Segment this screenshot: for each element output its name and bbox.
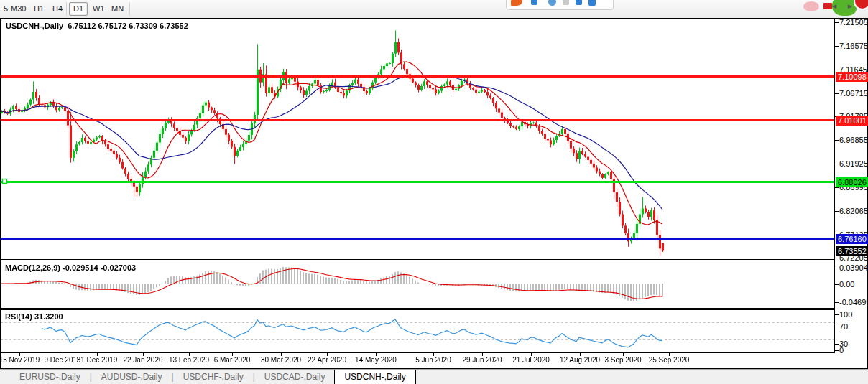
share-icon bbox=[511, 0, 522, 6]
symbol-tab-bar: EURUSD-,Daily|AUDUSD-,Daily|USDCHF-,Dail… bbox=[0, 369, 868, 384]
timeframe-button-w1[interactable]: W1 bbox=[89, 3, 108, 15]
macd-axis-tick bbox=[835, 268, 839, 268]
macd-axis-label: 0.00 bbox=[839, 280, 854, 289]
date-tick-label: 30 Mar 2020 bbox=[261, 356, 301, 364]
macd-axis-tick bbox=[835, 284, 839, 285]
price-tick-label: 6.82065 bbox=[839, 207, 868, 215]
tab-usdcnh[interactable]: USDCNH-,Daily bbox=[334, 370, 415, 384]
price-badge-support-green: 6.88026 bbox=[836, 177, 868, 187]
price-tick bbox=[835, 258, 839, 258]
macd-axis-label: 0.039044 bbox=[839, 263, 868, 272]
date-tick-label: 21 Jul 2020 bbox=[512, 356, 550, 364]
mt4-chart-screen: 5M30H1H4D1W1MN USDCNH-,Daily 6.75112 6.7… bbox=[0, 0, 868, 384]
rsi-axis-tick bbox=[835, 314, 839, 315]
macd-indicator-label: MACD(12,26,9) -0.029514 -0.027003 bbox=[5, 263, 136, 272]
chart-title: USDCNH-,Daily 6.75112 6.75172 6.73309 6.… bbox=[6, 22, 188, 30]
timeframe-button-mn[interactable]: MN bbox=[108, 3, 127, 15]
price-tick bbox=[835, 93, 839, 94]
rsi-axis-tick bbox=[835, 327, 839, 327]
date-tick-label: 14 May 2020 bbox=[355, 356, 397, 364]
price-tick-label: 7.21505 bbox=[839, 18, 868, 27]
date-tick-label: 6 Mar 2020 bbox=[214, 356, 251, 364]
date-tick-label: 15 Nov 2019 bbox=[0, 356, 40, 364]
chart-window: USDCNH-,Daily 6.75112 6.75172 6.73309 6.… bbox=[0, 18, 868, 369]
timeframe-button-m30[interactable]: M30 bbox=[7, 3, 29, 15]
price-tick bbox=[835, 164, 839, 164]
tab-usdcad[interactable]: USDCAD-,Daily bbox=[255, 370, 335, 384]
price-chart-canvas[interactable] bbox=[1, 19, 834, 353]
share-widget[interactable] bbox=[506, 0, 614, 10]
doc-icon bbox=[563, 0, 569, 5]
tab-scroll-arrows[interactable]: ◄► bbox=[831, 2, 862, 10]
price-badge-current-price: 6.73552 bbox=[836, 246, 868, 256]
date-tick-label: 25 Sep 2020 bbox=[649, 356, 690, 364]
price-badge-resistance-upper: 7.10098 bbox=[836, 72, 868, 82]
price-tick bbox=[835, 22, 839, 23]
date-tick-label: 3 Sep 2020 bbox=[604, 356, 641, 364]
price-tick-label: 7.06715 bbox=[839, 89, 868, 98]
rsi-axis-tick bbox=[835, 350, 839, 351]
tab-eurusd[interactable]: EURUSD-,Daily bbox=[10, 370, 90, 384]
price-badge-support-blue: 6.76160 bbox=[836, 234, 868, 244]
toolbar-divider bbox=[129, 2, 130, 16]
date-tick-label: 31 Dec 2019 bbox=[77, 356, 118, 364]
date-tick-label: 13 Feb 2020 bbox=[169, 356, 209, 364]
toolbar-divider bbox=[66, 2, 67, 16]
price-tick bbox=[835, 46, 839, 47]
date-tick-label: 9 Dec 2019 bbox=[44, 356, 80, 364]
price-tick bbox=[835, 140, 839, 141]
pink-blob-icon bbox=[803, 1, 819, 11]
axis-separator bbox=[834, 19, 835, 353]
timeframe-button-h1[interactable]: H1 bbox=[30, 3, 47, 15]
date-tick-label: 5 Jun 2020 bbox=[415, 356, 451, 364]
tab-audusd[interactable]: AUDUSD-,Daily bbox=[92, 370, 172, 384]
price-tick bbox=[835, 211, 839, 212]
macd-axis-label: -0.046959 bbox=[839, 298, 868, 306]
price-tick bbox=[835, 70, 839, 70]
timeframe-button-h4[interactable]: H4 bbox=[49, 3, 66, 15]
price-tick-label: 6.96855 bbox=[839, 136, 868, 144]
rsi-indicator-label: RSI(14) 31.3200 bbox=[5, 312, 63, 321]
date-axis[interactable]: 15 Nov 20199 Dec 201931 Dec 201922 Jan 2… bbox=[1, 353, 866, 367]
timeframe-button-d1[interactable]: D1 bbox=[69, 2, 88, 16]
price-tick-label: 7.16575 bbox=[839, 42, 868, 50]
social-icon bbox=[548, 0, 556, 6]
date-tick-label: 22 Jan 2020 bbox=[123, 356, 162, 364]
rsi-axis-label: 100 bbox=[839, 310, 852, 319]
price-badge-resistance-lower: 7.01001 bbox=[836, 116, 868, 126]
price-tick bbox=[835, 187, 839, 188]
date-tick-label: 22 Apr 2020 bbox=[308, 356, 346, 364]
rsi-axis-tick bbox=[835, 344, 839, 345]
date-tick-label: 12 Aug 2020 bbox=[560, 356, 600, 364]
date-tick-label: 29 Jun 2020 bbox=[462, 356, 502, 364]
price-tick-label: 6.91925 bbox=[839, 159, 868, 168]
rsi-axis-label: 70 bbox=[839, 322, 848, 331]
social-icon bbox=[531, 0, 537, 5]
timeframe-toolbar: 5M30H1H4D1W1MN bbox=[0, 0, 868, 19]
macd-axis-tick bbox=[835, 302, 839, 303]
social-icon bbox=[588, 0, 596, 6]
tab-usdchf[interactable]: USDCHF-,Daily bbox=[174, 370, 253, 384]
social-icon bbox=[576, 0, 582, 5]
